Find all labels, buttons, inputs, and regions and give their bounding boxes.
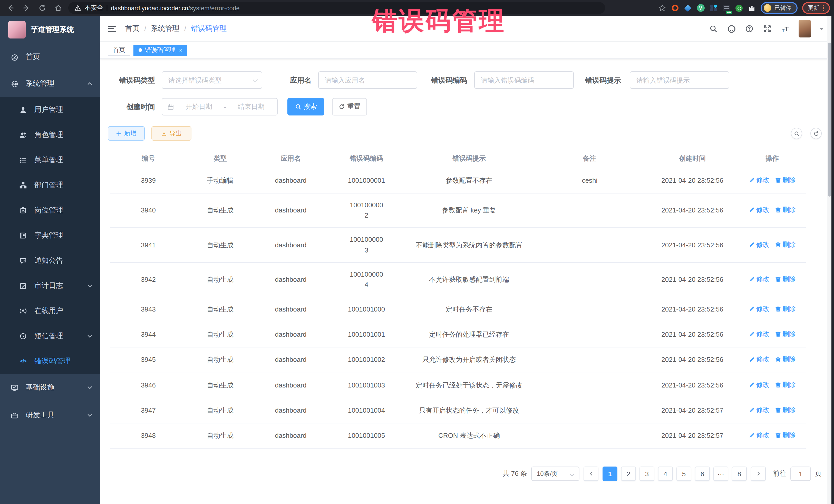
url-text[interactable]: dashboard.yudao.iocoder.cn/system/error-… (111, 4, 240, 12)
help-icon[interactable] (745, 24, 754, 34)
extension-grid-icon[interactable] (709, 4, 718, 12)
sidebar-item-roles[interactable]: 角色管理 (0, 122, 100, 147)
breadcrumb-home[interactable]: 首页 (125, 24, 139, 33)
delete-link[interactable]: 删除 (775, 304, 796, 314)
chevron-down-icon (87, 385, 93, 391)
refresh-icon-button[interactable] (810, 128, 822, 139)
browser-menu-icon[interactable] (823, 5, 824, 11)
avatar-caret-icon[interactable] (820, 27, 824, 30)
page-scrollbar[interactable] (827, 16, 831, 504)
search-icon[interactable] (709, 24, 718, 34)
delete-link[interactable]: 删除 (775, 274, 796, 284)
edit-link[interactable]: 修改 (749, 354, 770, 365)
extension-orange-icon[interactable] (671, 4, 679, 12)
edit-link[interactable]: 修改 (749, 304, 770, 314)
fullscreen-icon[interactable] (763, 24, 772, 34)
delete-link[interactable]: 删除 (775, 430, 796, 440)
forward-icon[interactable] (22, 4, 30, 12)
address-bar[interactable]: 不安全 dashboard.yudao.iocoder.cn/system/er… (68, 2, 605, 14)
page-ellipsis[interactable]: ··· (714, 466, 728, 481)
delete-link[interactable]: 删除 (775, 354, 796, 365)
start-date-placeholder[interactable]: 开始日期 (178, 102, 220, 111)
delete-link[interactable]: 删除 (775, 239, 796, 250)
page-button-2[interactable]: 2 (621, 466, 636, 481)
page-button-5[interactable]: 5 (676, 466, 691, 481)
extension-vue-icon[interactable]: V (697, 4, 705, 12)
font-size-icon[interactable]: TT (781, 24, 790, 34)
extension-key-icon[interactable] (735, 4, 743, 12)
goto-page-input[interactable] (790, 466, 811, 481)
sidebar-item-error-code[interactable]: </> 错误码管理 (0, 349, 100, 374)
error-msg-input[interactable] (630, 71, 729, 89)
top-navbar: 首页 / 系统管理 / 错误码管理 T (100, 16, 834, 42)
sidebar-item-menus[interactable]: 菜单管理 (0, 147, 100, 172)
page-button-8[interactable]: 8 (732, 466, 747, 481)
edit-link[interactable]: 修改 (749, 239, 770, 250)
error-code-input[interactable] (474, 71, 574, 89)
breadcrumb-system[interactable]: 系统管理 (151, 24, 180, 33)
date-range-picker[interactable]: 开始日期 - 结束日期 (162, 98, 278, 115)
github-icon[interactable] (727, 24, 736, 34)
sidebar-item-dictionary[interactable]: 字典管理 (0, 223, 100, 248)
sidebar-item-audit-log[interactable]: 审计日志 (0, 273, 100, 298)
back-icon[interactable] (6, 4, 14, 12)
home-icon[interactable] (54, 4, 62, 12)
tab-close-icon[interactable]: × (179, 47, 182, 53)
page-size-select[interactable]: 10条/页 (531, 466, 579, 481)
search-button[interactable]: 搜索 (287, 98, 324, 115)
sidebar-item-notices[interactable]: 通知公告 (0, 248, 100, 273)
delete-link[interactable]: 删除 (775, 379, 796, 390)
end-date-placeholder[interactable]: 结束日期 (230, 102, 272, 111)
tab-home[interactable]: 首页 (108, 44, 130, 56)
reset-button[interactable]: 重置 (332, 98, 367, 115)
edit-link[interactable]: 修改 (749, 329, 770, 339)
cell-operations: 修改删除 (739, 398, 806, 423)
sidebar-item-posts[interactable]: 岗位管理 (0, 198, 100, 223)
sidebar-item-home[interactable]: 首页 (0, 44, 100, 70)
reload-icon[interactable] (38, 4, 46, 12)
edit-link[interactable]: 修改 (749, 405, 770, 415)
scrollbar-thumb[interactable] (828, 43, 831, 197)
sidebar-item-departments[interactable]: 部门管理 (0, 172, 100, 198)
delete-link[interactable]: 删除 (775, 405, 796, 415)
sidebar-item-dev-tools[interactable]: 研发工具 (0, 401, 100, 429)
export-button[interactable]: 导出 (151, 126, 192, 140)
prev-page-button[interactable] (584, 466, 598, 481)
page-button-6[interactable]: 6 (695, 466, 710, 481)
bookmark-star-icon[interactable] (658, 4, 666, 12)
browser-update-button[interactable]: 更新 (802, 2, 830, 14)
sidebar-item-online-users[interactable]: 在线用户 (0, 298, 100, 323)
sidebar-item-system[interactable]: 系统管理 (0, 70, 100, 97)
edit-link[interactable]: 修改 (749, 274, 770, 284)
edit-link[interactable]: 修改 (749, 430, 770, 440)
next-page-button[interactable] (751, 466, 766, 481)
sidebar-item-sms[interactable]: 短信管理 (0, 323, 100, 349)
toggle-search-icon-button[interactable] (791, 128, 802, 139)
security-label[interactable]: 不安全 (85, 4, 103, 12)
cell-app: dashboard (254, 168, 328, 193)
delete-link[interactable]: 删除 (775, 329, 796, 339)
edit-link[interactable]: 修改 (749, 379, 770, 390)
app-name-input[interactable] (318, 71, 417, 89)
edit-link[interactable]: 修改 (749, 175, 770, 185)
delete-link[interactable]: 删除 (775, 205, 796, 215)
page-button-3[interactable]: 3 (639, 466, 654, 481)
edit-link[interactable]: 修改 (749, 205, 770, 215)
extension-gem-icon[interactable] (684, 4, 692, 12)
announcement-icon (19, 256, 27, 265)
browser-profile-chip[interactable]: 已暂停 (761, 2, 797, 14)
error-type-select[interactable] (162, 71, 262, 89)
cell-id: 3939 (110, 168, 187, 193)
tab-error-code[interactable]: 错误码管理 × (133, 44, 188, 56)
sidebar-item-infrastructure[interactable]: 基础设施 (0, 374, 100, 401)
user-avatar[interactable] (798, 20, 811, 38)
extension-switch-icon[interactable]: on (722, 4, 730, 12)
hamburger-icon[interactable] (108, 25, 116, 31)
page-button-1[interactable]: 1 (602, 466, 617, 481)
extension-puzzle-icon[interactable] (748, 4, 756, 12)
goto-label: 前往 (773, 469, 786, 478)
delete-link[interactable]: 删除 (775, 175, 796, 185)
add-button[interactable]: 新增 (108, 126, 145, 140)
sidebar-item-users[interactable]: 用户管理 (0, 97, 100, 122)
page-button-4[interactable]: 4 (658, 466, 673, 481)
